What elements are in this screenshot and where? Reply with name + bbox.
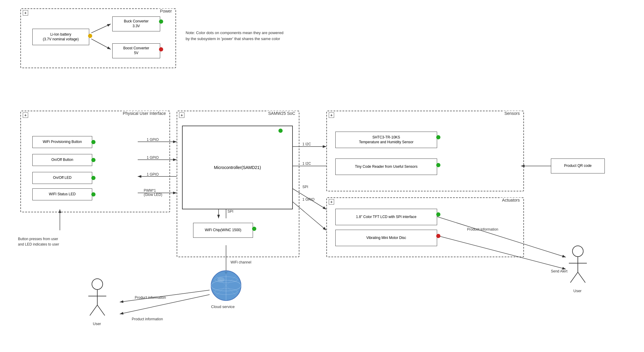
onoff-led-dot: [91, 176, 96, 180]
spi2-label: SPI: [302, 185, 308, 189]
battery-component: Li-Ion battery (3.7V nominal voltage): [32, 29, 89, 45]
spi-mcu-wifi-label: SPI: [228, 209, 233, 214]
lcd-dot: [436, 212, 440, 217]
wifi-btn-component: WiFi Provisioning Button: [32, 136, 92, 148]
wifi-chip-component: WiFi Chip(WINC 1500): [193, 223, 253, 238]
pui-box-label: Physical User Interface: [122, 111, 167, 116]
grio-label: 1 GRIO: [302, 197, 315, 202]
wifi-led-component: WIFI Status LED: [32, 188, 92, 200]
svg-point-26: [572, 246, 583, 257]
motor-component: Vibrating Mini Motor Disc: [335, 230, 437, 246]
motor-dot: [436, 234, 440, 238]
user-bottom-label: User: [93, 321, 101, 326]
svg-line-25: [97, 305, 105, 316]
buck-dot: [159, 19, 163, 24]
user-right-label: User: [573, 289, 581, 293]
gpio3-label: 1 GPIO: [147, 172, 159, 176]
onoff-btn-component: On/Off Button: [32, 154, 92, 166]
onoff-btn-dot: [91, 158, 96, 162]
temp-sensor-component: SHTC3-TR-10KS Temperature and Humidity S…: [335, 132, 437, 148]
i2c2-label: 1 I2C: [302, 161, 311, 166]
temp-sensor-dot: [436, 135, 440, 139]
wifi-chip-dot: [252, 227, 256, 231]
svg-line-30: [578, 272, 585, 283]
side-note: Button presses from user and LED indicat…: [18, 236, 59, 247]
cloud-globe: [210, 269, 243, 302]
mcu-dot: [278, 129, 283, 133]
pui-box-plus[interactable]: +: [23, 112, 28, 118]
prod-info2-label: Product information: [467, 227, 498, 231]
sensors-box-plus[interactable]: +: [329, 112, 334, 118]
sensors-box: + Sensors: [326, 111, 524, 191]
power-box-plus[interactable]: +: [23, 10, 28, 16]
wifi-btn-dot: [91, 140, 96, 144]
sensors-box-label: Sensors: [503, 111, 521, 116]
svg-line-29: [570, 272, 578, 283]
samw25-box-label: SAMW25 SoC: [267, 111, 296, 116]
qr-code-box: Product QR code: [551, 159, 605, 173]
temp-hum-label: Product information: [132, 317, 163, 321]
actuators-box-plus[interactable]: +: [329, 199, 334, 205]
power-box-label: Power: [159, 9, 173, 13]
wifi-led-dot: [91, 192, 96, 196]
i2c1-label: 1 I2C: [302, 142, 311, 146]
mcu-component: Microcontroller(SAMD21): [182, 126, 293, 209]
user-right-figure: [566, 245, 590, 284]
code-reader-component: Tiny Code Reader from Useful Sensors: [335, 159, 437, 175]
wifi-channel-label: WiFi channel: [231, 260, 251, 264]
buck-component: Buck Converter 3.3V: [112, 16, 160, 31]
battery-dot: [88, 34, 92, 38]
diagram-container: + Power Li-Ion battery (3.7V nominal vol…: [0, 0, 644, 352]
boost-dot: [159, 47, 163, 51]
svg-line-24: [90, 305, 97, 316]
lcd-component: 1.8" Color TFT LCD with SPI interface: [335, 209, 437, 225]
actuators-box-label: Actuators: [501, 198, 521, 202]
samw25-box-plus[interactable]: +: [179, 112, 184, 118]
svg-point-38: [217, 277, 225, 282]
note-text: Note: Color dots on components mean they…: [186, 30, 284, 42]
cloud-label: Cloud service: [211, 304, 235, 309]
svg-point-21: [92, 279, 103, 289]
gpio2-label: 1 GPIO: [147, 156, 159, 160]
user-bottom-figure: [85, 278, 109, 317]
gpio1-label: 1 GPIO: [147, 138, 159, 142]
prod-info1-label: Product information: [135, 295, 166, 300]
pwm-label: PWM*1 (Glow LED): [144, 188, 162, 197]
code-reader-dot: [436, 163, 440, 167]
onoff-led-component: On/Off LED: [32, 172, 92, 184]
send-alert-label: Send Alert: [551, 269, 567, 273]
boost-component: Boost Converter 5V: [112, 43, 160, 58]
